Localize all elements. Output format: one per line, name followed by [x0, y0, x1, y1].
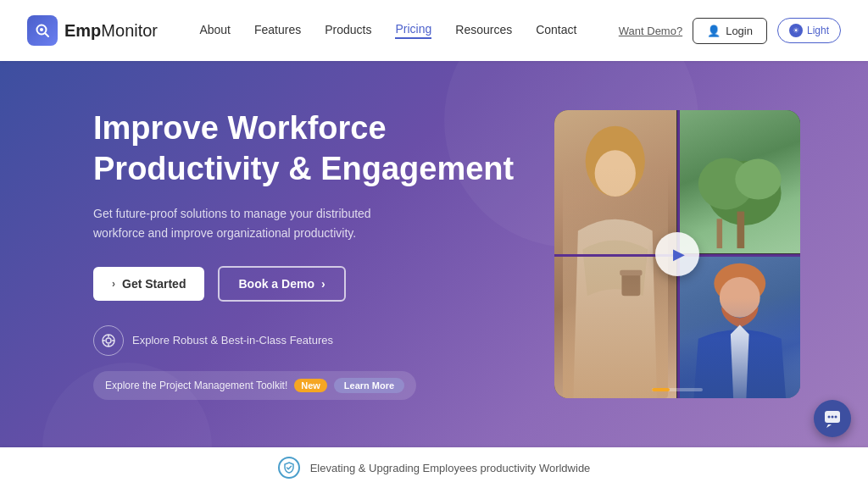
image-cell-plants [679, 110, 801, 253]
shield-icon [278, 457, 300, 479]
hero-image-collage [554, 110, 800, 398]
svg-line-1 [46, 34, 49, 37]
logo-container: EmpMonitor [27, 15, 158, 46]
footer-bar: Elevating & Upgrading Employees producti… [0, 447, 868, 488]
svg-point-21 [828, 416, 831, 419]
features-row: Explore Robust & Best-in-Class Features [93, 325, 520, 356]
svg-point-4 [106, 338, 111, 343]
svg-rect-11 [621, 273, 640, 296]
nav-features[interactable]: Features [254, 23, 301, 38]
nav-products[interactable]: Products [325, 23, 371, 38]
image-cell-man [679, 256, 801, 399]
toolkit-text: Explore the Project Management Toolkit! [105, 380, 287, 391]
features-label: Explore Robust & Best-in-Class Features [132, 334, 333, 347]
nav-about[interactable]: About [199, 23, 231, 38]
nav-resources[interactable]: Resources [455, 23, 512, 38]
svg-point-2 [40, 28, 43, 31]
play-button[interactable] [655, 232, 699, 276]
navbar-actions: Want Demo? 👤 Login ☀ Light [619, 18, 841, 44]
chevron-icon: › [112, 278, 115, 290]
new-badge: New [294, 379, 327, 392]
hero-cta-buttons: › Get Started Book a Demo › [93, 266, 520, 302]
user-icon: 👤 [707, 25, 721, 37]
theme-toggle-button[interactable]: ☀ Light [777, 18, 841, 43]
learn-more-button[interactable]: Learn More [334, 378, 404, 393]
logo-text: EmpMonitor [64, 21, 158, 41]
svg-point-23 [835, 416, 837, 419]
footer-tagline: Elevating & Upgrading Employees producti… [310, 462, 591, 474]
hero-subtitle: Get future-proof solutions to manage you… [93, 204, 381, 242]
svg-point-10 [595, 150, 636, 197]
svg-point-22 [832, 416, 834, 419]
svg-rect-17 [716, 219, 722, 248]
svg-point-15 [735, 159, 781, 200]
want-demo-link[interactable]: Want Demo? [619, 25, 682, 37]
features-icon [93, 325, 124, 356]
media-progress-fill [652, 388, 670, 391]
chat-bubble-button[interactable] [814, 400, 851, 437]
navbar: EmpMonitor About Features Products Prici… [0, 0, 868, 61]
svg-rect-16 [737, 212, 744, 248]
svg-rect-12 [620, 270, 642, 276]
get-started-button[interactable]: › Get Started [93, 267, 204, 301]
svg-point-19 [719, 277, 760, 318]
book-demo-button[interactable]: Book a Demo › [218, 266, 345, 302]
arrow-icon: › [321, 277, 326, 291]
media-progress-bar [652, 388, 703, 391]
hero-section: Improve Workforce Productivity & Engagem… [0, 61, 868, 447]
sun-icon: ☀ [789, 24, 803, 37]
hero-content: Improve Workforce Productivity & Engagem… [93, 108, 554, 400]
toolkit-banner: Explore the Project Management Toolkit! … [93, 371, 416, 400]
hero-title: Improve Workforce Productivity & Engagem… [93, 108, 520, 189]
login-button[interactable]: 👤 Login [693, 18, 767, 44]
main-nav: About Features Products Pricing Resource… [199, 22, 576, 39]
logo-icon [27, 15, 58, 46]
nav-contact[interactable]: Contact [536, 23, 576, 38]
nav-pricing[interactable]: Pricing [395, 22, 431, 39]
